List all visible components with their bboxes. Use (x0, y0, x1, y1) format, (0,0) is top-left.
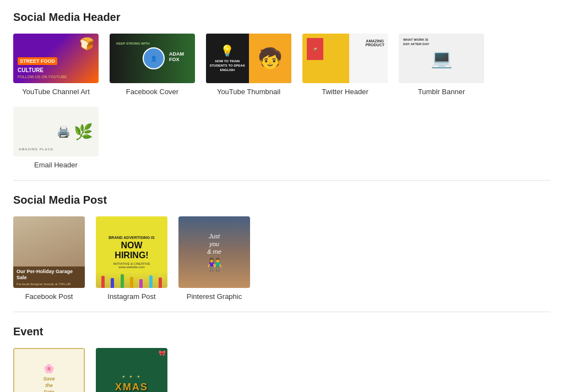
card-ig-post[interactable]: BRAND ADVERTISING IS NOWHIRING! INITIATI… (96, 216, 167, 301)
card-fb-post[interactable]: Our Per-Holiday Garage Sale For-level de… (13, 216, 85, 301)
card-invitation[interactable]: 🌸 SavetheDate April 25, Saturday · 6:00P… (13, 348, 85, 392)
fp-sub: For-level designer brands at 70% off! (17, 282, 82, 286)
card-yt-channel[interactable]: 🍞 STREET FOOD CULTURE FOLLOW US ON YOUTU… (13, 34, 99, 96)
avatar-circle: 👤 (143, 47, 165, 69)
thumb-card: ✦ ✦ ✦ XMAS 🎀 🎄 (96, 348, 167, 392)
clothes-bg: Our Per-Holiday Garage Sale For-level de… (13, 216, 85, 288)
thumb-yt-thumb: 💡 HOW TO TRAIN STUDENTS TO SPEAK ENGLISH… (206, 34, 291, 83)
channel-sub: FOLLOW US ON YOUTUBE (18, 75, 67, 79)
fb-text: KEEP STRONG WITH (116, 41, 150, 46)
person-icon: 🧒 (258, 47, 283, 70)
right-panel: 🧒 (249, 34, 292, 83)
card-grid-event: 🌸 SavetheDate April 25, Saturday · 6:00P… (13, 348, 551, 392)
card-label-yt-channel: YouTube Channel Art (22, 88, 90, 96)
fp-title: Our Per-Holiday Garage Sale (17, 269, 82, 281)
device-icon: 🖨️ (57, 125, 70, 138)
food-icon: 🍞 (79, 37, 94, 51)
card-tumblr-banner[interactable]: WHAT WORK ISDAY AFTER DAY 💻 Tumblr Banne… (399, 34, 484, 96)
fb-name: ADAM FOX (169, 51, 195, 62)
laptop-icon: 💻 (431, 48, 453, 69)
thumb-twitter-header: 📦 AMAZINGPRODUCT (302, 34, 388, 83)
thumb-tumblr-banner: WHAT WORK ISDAY AFTER DAY 💻 (399, 34, 484, 83)
card-card[interactable]: ✦ ✦ ✦ XMAS 🎀 🎄 Card (96, 348, 167, 392)
card-label-twitter-header: Twitter Header (322, 88, 368, 96)
page-content: Social Media Header 🍞 STREET FOOD CULTUR… (13, 11, 551, 392)
ig-top: BRAND ADVERTISING IS (109, 236, 154, 239)
divider-2 (13, 312, 551, 312)
card-twitter-header[interactable]: 📦 AMAZINGPRODUCT Twitter Header (302, 34, 388, 96)
tw-label: AMAZINGPRODUCT (365, 39, 384, 47)
thumb-fb-cover: KEEP STRONG WITH 👤 ADAM FOX (110, 34, 195, 83)
channel-title: CULTURE (18, 67, 44, 74)
pin-people: 👫 (207, 258, 222, 272)
section-title-social-media-header: Social Media Header (13, 11, 551, 24)
section-social-media-post: Social Media Post Our Per-Holiday Garage… (13, 194, 551, 301)
card-label-pinterest: Pinterest Graphic (187, 292, 242, 301)
section-event: Event 🌸 SavetheDate April 25, Saturday ·… (13, 325, 551, 392)
bulb-icon: 💡 (220, 44, 234, 57)
thumb-invitation: 🌸 SavetheDate April 25, Saturday · 6:00P… (13, 348, 85, 392)
card-pinterest[interactable]: Justyou& me 👫 Pinterest Graphic (178, 216, 250, 301)
badge: STREET FOOD (18, 57, 57, 65)
fp-text-area: Our Per-Holiday Garage Sale For-level de… (13, 266, 85, 288)
thumb-email-header: 🖨️ 🌿 AMAZING PLACE (13, 107, 99, 156)
tb-text: WHAT WORK ISDAY AFTER DAY (403, 38, 429, 47)
card-label-fb-post: Facebook Post (25, 292, 73, 301)
card-grid-social-media-post: Our Per-Holiday Garage Sale For-level de… (13, 216, 551, 301)
tw-red: 📦 (307, 38, 323, 60)
card-label-yt-thumb: YouTube Thumbnail (217, 88, 280, 96)
thumb-ig-post: BRAND ADVERTISING IS NOWHIRING! INITIATI… (96, 216, 167, 288)
em-label: AMAZING PLACE (19, 148, 53, 151)
yt-text: HOW TO TRAIN STUDENTS TO SPEAK ENGLISH (209, 59, 246, 72)
pin-title: Justyou& me (207, 232, 221, 256)
card-email-header[interactable]: 🖨️ 🌿 AMAZING PLACE Email Header (13, 107, 99, 169)
divider-1 (13, 180, 551, 181)
ig-sub: INITIATIVE & CREATIVEwww.website.com (113, 262, 150, 269)
card-yt-thumb[interactable]: 💡 HOW TO TRAIN STUDENTS TO SPEAK ENGLISH… (206, 34, 291, 96)
section-title-social-media-post: Social Media Post (13, 194, 551, 206)
pencils (96, 271, 167, 288)
ig-main: NOWHIRING! (115, 241, 148, 260)
card-label-fb-cover: Facebook Cover (126, 88, 178, 96)
tw-yellow: 📦 (302, 34, 349, 83)
card-grid-social-media-header: 🍞 STREET FOOD CULTURE FOLLOW US ON YOUTU… (13, 34, 551, 169)
card-stars: ✦ ✦ ✦ (122, 374, 141, 379)
thumb-pinterest: Justyou& me 👫 (178, 216, 250, 288)
plant-icon: 🌿 (74, 123, 93, 141)
card-label-email-header: Email Header (34, 161, 78, 169)
flower-icon: 🌸 (44, 363, 55, 374)
card-label-ig-post: Instagram Post (107, 292, 155, 301)
section-title-event: Event (13, 325, 551, 338)
left-panel: 💡 HOW TO TRAIN STUDENTS TO SPEAK ENGLISH (206, 34, 249, 83)
section-social-media-header: Social Media Header 🍞 STREET FOOD CULTUR… (13, 11, 551, 169)
ribbon-icon: 🎀 (159, 350, 165, 356)
card-label-tumblr-banner: Tumblr Banner (418, 88, 465, 96)
thumb-yt-channel: 🍞 STREET FOOD CULTURE FOLLOW US ON YOUTU… (13, 34, 99, 83)
card-fb-cover[interactable]: KEEP STRONG WITH 👤 ADAM FOX Facebook Cov… (110, 34, 195, 96)
inv-title: SavetheDate (43, 376, 55, 392)
thumb-fb-post: Our Per-Holiday Garage Sale For-level de… (13, 216, 85, 288)
card-xmas-title: XMAS (115, 382, 148, 392)
